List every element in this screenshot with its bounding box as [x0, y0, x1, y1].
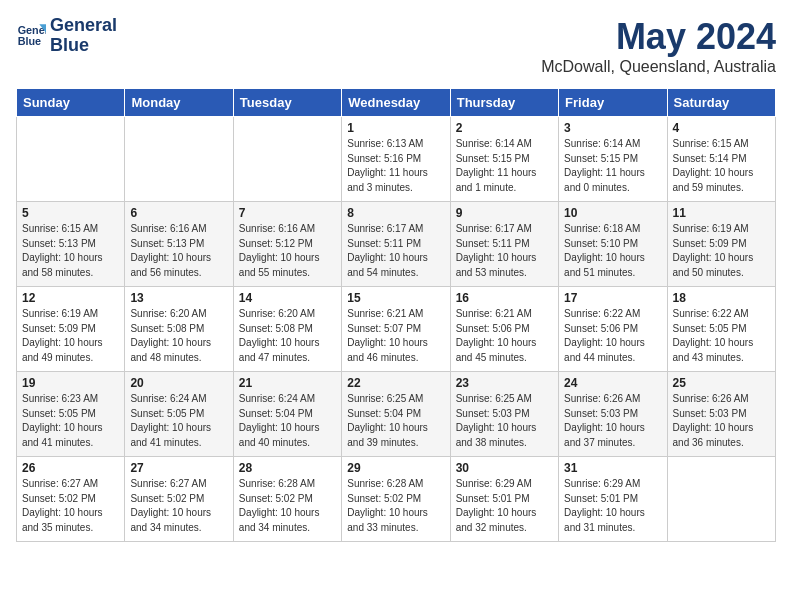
cell-content: Sunrise: 6:20 AMSunset: 5:08 PMDaylight:…: [239, 307, 336, 365]
cell-content: Sunrise: 6:19 AMSunset: 5:09 PMDaylight:…: [22, 307, 119, 365]
day-number: 1: [347, 121, 444, 135]
calendar-cell: 13Sunrise: 6:20 AMSunset: 5:08 PMDayligh…: [125, 287, 233, 372]
cell-content: Sunrise: 6:15 AMSunset: 5:14 PMDaylight:…: [673, 137, 770, 195]
weekday-header-thursday: Thursday: [450, 89, 558, 117]
cell-content: Sunrise: 6:25 AMSunset: 5:04 PMDaylight:…: [347, 392, 444, 450]
cell-content: Sunrise: 6:25 AMSunset: 5:03 PMDaylight:…: [456, 392, 553, 450]
day-number: 24: [564, 376, 661, 390]
calendar-cell: 19Sunrise: 6:23 AMSunset: 5:05 PMDayligh…: [17, 372, 125, 457]
calendar-cell: [125, 117, 233, 202]
day-number: 18: [673, 291, 770, 305]
cell-content: Sunrise: 6:22 AMSunset: 5:05 PMDaylight:…: [673, 307, 770, 365]
calendar-cell: 26Sunrise: 6:27 AMSunset: 5:02 PMDayligh…: [17, 457, 125, 542]
weekday-header-monday: Monday: [125, 89, 233, 117]
cell-content: Sunrise: 6:13 AMSunset: 5:16 PMDaylight:…: [347, 137, 444, 195]
day-number: 12: [22, 291, 119, 305]
cell-content: Sunrise: 6:16 AMSunset: 5:12 PMDaylight:…: [239, 222, 336, 280]
calendar-cell: 24Sunrise: 6:26 AMSunset: 5:03 PMDayligh…: [559, 372, 667, 457]
day-number: 7: [239, 206, 336, 220]
day-number: 20: [130, 376, 227, 390]
day-number: 29: [347, 461, 444, 475]
title-block: May 2024 McDowall, Queensland, Australia: [541, 16, 776, 76]
cell-content: Sunrise: 6:24 AMSunset: 5:04 PMDaylight:…: [239, 392, 336, 450]
day-number: 28: [239, 461, 336, 475]
cell-content: Sunrise: 6:21 AMSunset: 5:07 PMDaylight:…: [347, 307, 444, 365]
cell-content: Sunrise: 6:18 AMSunset: 5:10 PMDaylight:…: [564, 222, 661, 280]
month-title: May 2024: [541, 16, 776, 58]
page-header: General Blue General Blue May 2024 McDow…: [16, 16, 776, 76]
svg-text:Blue: Blue: [18, 35, 41, 47]
weekday-header-wednesday: Wednesday: [342, 89, 450, 117]
day-number: 9: [456, 206, 553, 220]
day-number: 8: [347, 206, 444, 220]
weekday-header-friday: Friday: [559, 89, 667, 117]
day-number: 14: [239, 291, 336, 305]
weekday-header-tuesday: Tuesday: [233, 89, 341, 117]
calendar-header: SundayMondayTuesdayWednesdayThursdayFrid…: [17, 89, 776, 117]
cell-content: Sunrise: 6:15 AMSunset: 5:13 PMDaylight:…: [22, 222, 119, 280]
logo-text: General Blue: [50, 16, 117, 56]
calendar-cell: [17, 117, 125, 202]
day-number: 30: [456, 461, 553, 475]
cell-content: Sunrise: 6:22 AMSunset: 5:06 PMDaylight:…: [564, 307, 661, 365]
day-number: 3: [564, 121, 661, 135]
day-number: 11: [673, 206, 770, 220]
calendar-cell: 20Sunrise: 6:24 AMSunset: 5:05 PMDayligh…: [125, 372, 233, 457]
calendar-cell: 27Sunrise: 6:27 AMSunset: 5:02 PMDayligh…: [125, 457, 233, 542]
cell-content: Sunrise: 6:28 AMSunset: 5:02 PMDaylight:…: [239, 477, 336, 535]
calendar-cell: 15Sunrise: 6:21 AMSunset: 5:07 PMDayligh…: [342, 287, 450, 372]
calendar-cell: [233, 117, 341, 202]
day-number: 4: [673, 121, 770, 135]
calendar-cell: 12Sunrise: 6:19 AMSunset: 5:09 PMDayligh…: [17, 287, 125, 372]
calendar-cell: 30Sunrise: 6:29 AMSunset: 5:01 PMDayligh…: [450, 457, 558, 542]
calendar-cell: 7Sunrise: 6:16 AMSunset: 5:12 PMDaylight…: [233, 202, 341, 287]
cell-content: Sunrise: 6:27 AMSunset: 5:02 PMDaylight:…: [130, 477, 227, 535]
calendar-cell: 9Sunrise: 6:17 AMSunset: 5:11 PMDaylight…: [450, 202, 558, 287]
day-number: 5: [22, 206, 119, 220]
logo: General Blue General Blue: [16, 16, 117, 56]
cell-content: Sunrise: 6:24 AMSunset: 5:05 PMDaylight:…: [130, 392, 227, 450]
calendar-cell: 23Sunrise: 6:25 AMSunset: 5:03 PMDayligh…: [450, 372, 558, 457]
day-number: 10: [564, 206, 661, 220]
calendar-cell: 28Sunrise: 6:28 AMSunset: 5:02 PMDayligh…: [233, 457, 341, 542]
cell-content: Sunrise: 6:20 AMSunset: 5:08 PMDaylight:…: [130, 307, 227, 365]
cell-content: Sunrise: 6:26 AMSunset: 5:03 PMDaylight:…: [673, 392, 770, 450]
calendar-cell: 31Sunrise: 6:29 AMSunset: 5:01 PMDayligh…: [559, 457, 667, 542]
cell-content: Sunrise: 6:29 AMSunset: 5:01 PMDaylight:…: [456, 477, 553, 535]
day-number: 23: [456, 376, 553, 390]
calendar-cell: 3Sunrise: 6:14 AMSunset: 5:15 PMDaylight…: [559, 117, 667, 202]
calendar-cell: 14Sunrise: 6:20 AMSunset: 5:08 PMDayligh…: [233, 287, 341, 372]
cell-content: Sunrise: 6:23 AMSunset: 5:05 PMDaylight:…: [22, 392, 119, 450]
calendar-cell: 11Sunrise: 6:19 AMSunset: 5:09 PMDayligh…: [667, 202, 775, 287]
calendar-cell: 21Sunrise: 6:24 AMSunset: 5:04 PMDayligh…: [233, 372, 341, 457]
day-number: 17: [564, 291, 661, 305]
day-number: 21: [239, 376, 336, 390]
cell-content: Sunrise: 6:16 AMSunset: 5:13 PMDaylight:…: [130, 222, 227, 280]
cell-content: Sunrise: 6:19 AMSunset: 5:09 PMDaylight:…: [673, 222, 770, 280]
calendar-table: SundayMondayTuesdayWednesdayThursdayFrid…: [16, 88, 776, 542]
calendar-cell: 25Sunrise: 6:26 AMSunset: 5:03 PMDayligh…: [667, 372, 775, 457]
day-number: 2: [456, 121, 553, 135]
calendar-cell: 17Sunrise: 6:22 AMSunset: 5:06 PMDayligh…: [559, 287, 667, 372]
day-number: 27: [130, 461, 227, 475]
day-number: 13: [130, 291, 227, 305]
day-number: 31: [564, 461, 661, 475]
cell-content: Sunrise: 6:17 AMSunset: 5:11 PMDaylight:…: [456, 222, 553, 280]
cell-content: Sunrise: 6:14 AMSunset: 5:15 PMDaylight:…: [564, 137, 661, 195]
calendar-cell: 2Sunrise: 6:14 AMSunset: 5:15 PMDaylight…: [450, 117, 558, 202]
calendar-cell: 16Sunrise: 6:21 AMSunset: 5:06 PMDayligh…: [450, 287, 558, 372]
calendar-cell: 29Sunrise: 6:28 AMSunset: 5:02 PMDayligh…: [342, 457, 450, 542]
day-number: 19: [22, 376, 119, 390]
weekday-header-sunday: Sunday: [17, 89, 125, 117]
day-number: 22: [347, 376, 444, 390]
calendar-cell: 22Sunrise: 6:25 AMSunset: 5:04 PMDayligh…: [342, 372, 450, 457]
day-number: 26: [22, 461, 119, 475]
cell-content: Sunrise: 6:26 AMSunset: 5:03 PMDaylight:…: [564, 392, 661, 450]
location-title: McDowall, Queensland, Australia: [541, 58, 776, 76]
calendar-cell: 6Sunrise: 6:16 AMSunset: 5:13 PMDaylight…: [125, 202, 233, 287]
weekday-header-saturday: Saturday: [667, 89, 775, 117]
calendar-cell: 18Sunrise: 6:22 AMSunset: 5:05 PMDayligh…: [667, 287, 775, 372]
calendar-cell: 1Sunrise: 6:13 AMSunset: 5:16 PMDaylight…: [342, 117, 450, 202]
cell-content: Sunrise: 6:28 AMSunset: 5:02 PMDaylight:…: [347, 477, 444, 535]
cell-content: Sunrise: 6:27 AMSunset: 5:02 PMDaylight:…: [22, 477, 119, 535]
